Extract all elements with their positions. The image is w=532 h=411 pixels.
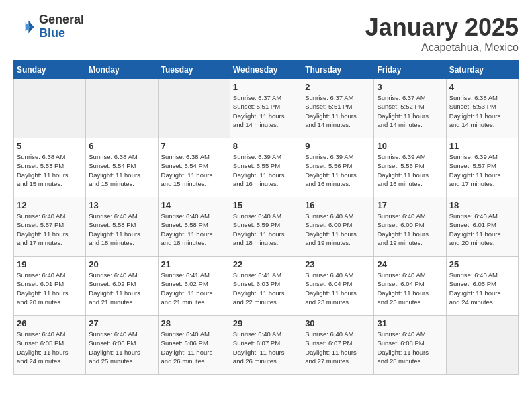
calendar-cell: 14Sunrise: 6:40 AM Sunset: 5:58 PM Dayli… [158,197,230,257]
day-number: 8 [233,141,299,151]
cell-info: Sunrise: 6:41 AM Sunset: 6:03 PM Dayligh… [233,271,299,306]
cell-info: Sunrise: 6:40 AM Sunset: 6:05 PM Dayligh… [17,330,83,365]
cell-info: Sunrise: 6:40 AM Sunset: 6:00 PM Dayligh… [377,212,443,247]
weekday-header-row: SundayMondayTuesdayWednesdayThursdayFrid… [14,61,519,79]
cell-info: Sunrise: 6:40 AM Sunset: 6:01 PM Dayligh… [17,271,83,306]
calendar-cell [14,79,86,138]
calendar-cell: 6Sunrise: 6:38 AM Sunset: 5:54 PM Daylig… [86,138,158,197]
day-number: 29 [233,318,299,328]
week-row-2: 5Sunrise: 6:38 AM Sunset: 5:53 PM Daylig… [14,138,519,197]
cell-info: Sunrise: 6:40 AM Sunset: 5:58 PM Dayligh… [161,212,227,247]
day-number: 1 [233,82,299,92]
calendar-cell: 21Sunrise: 6:41 AM Sunset: 6:02 PM Dayli… [158,257,230,316]
calendar-cell: 8Sunrise: 6:39 AM Sunset: 5:55 PM Daylig… [230,138,302,197]
weekday-header-saturday: Saturday [446,61,518,79]
cell-info: Sunrise: 6:40 AM Sunset: 6:04 PM Dayligh… [305,271,371,306]
calendar-cell: 13Sunrise: 6:40 AM Sunset: 5:58 PM Dayli… [86,197,158,257]
location-title: Acapetahua, Mexico [365,42,519,54]
day-number: 3 [377,82,443,92]
cell-info: Sunrise: 6:40 AM Sunset: 6:06 PM Dayligh… [89,330,154,365]
day-number: 14 [161,200,227,210]
cell-info: Sunrise: 6:40 AM Sunset: 6:02 PM Dayligh… [89,271,154,306]
logo: General Blue [13,13,84,40]
cell-info: Sunrise: 6:39 AM Sunset: 5:57 PM Dayligh… [449,152,515,188]
calendar-cell: 25Sunrise: 6:40 AM Sunset: 6:05 PM Dayli… [446,257,518,316]
cell-info: Sunrise: 6:40 AM Sunset: 6:07 PM Dayligh… [305,330,371,365]
calendar-cell: 27Sunrise: 6:40 AM Sunset: 6:06 PM Dayli… [86,316,158,375]
calendar-cell [158,79,230,138]
calendar-cell: 18Sunrise: 6:40 AM Sunset: 6:01 PM Dayli… [446,197,518,257]
day-number: 11 [449,141,515,151]
cell-info: Sunrise: 6:40 AM Sunset: 6:04 PM Dayligh… [377,271,443,306]
logo-text: General Blue [39,13,84,40]
calendar-cell: 23Sunrise: 6:40 AM Sunset: 6:04 PM Dayli… [302,257,374,316]
day-number: 13 [89,200,154,210]
page-header: General Blue January 2025 Acapetahua, Me… [13,13,519,54]
calendar-cell: 29Sunrise: 6:40 AM Sunset: 6:07 PM Dayli… [230,316,302,375]
calendar-table: SundayMondayTuesdayWednesdayThursdayFrid… [13,60,519,375]
cell-info: Sunrise: 6:39 AM Sunset: 5:55 PM Dayligh… [233,152,299,188]
weekday-header-wednesday: Wednesday [230,61,302,79]
day-number: 16 [305,200,371,210]
calendar-cell [86,79,158,138]
calendar-cell: 9Sunrise: 6:39 AM Sunset: 5:56 PM Daylig… [302,138,374,197]
day-number: 28 [161,318,227,328]
calendar-cell: 1Sunrise: 6:37 AM Sunset: 5:51 PM Daylig… [230,79,302,138]
cell-info: Sunrise: 6:39 AM Sunset: 5:56 PM Dayligh… [305,152,371,188]
day-number: 7 [161,141,227,151]
calendar-cell: 10Sunrise: 6:39 AM Sunset: 5:56 PM Dayli… [374,138,446,197]
calendar-cell: 31Sunrise: 6:40 AM Sunset: 6:08 PM Dayli… [374,316,446,375]
cell-info: Sunrise: 6:40 AM Sunset: 6:08 PM Dayligh… [377,330,443,365]
title-block: January 2025 Acapetahua, Mexico [365,13,519,54]
calendar-cell: 24Sunrise: 6:40 AM Sunset: 6:04 PM Dayli… [374,257,446,316]
cell-info: Sunrise: 6:38 AM Sunset: 5:54 PM Dayligh… [89,152,154,188]
weekday-header-friday: Friday [374,61,446,79]
cell-info: Sunrise: 6:40 AM Sunset: 6:06 PM Dayligh… [161,330,227,365]
logo-icon [13,16,35,38]
cell-info: Sunrise: 6:40 AM Sunset: 5:59 PM Dayligh… [233,212,299,247]
day-number: 21 [161,259,227,269]
logo-blue: Blue [39,27,84,40]
calendar-cell: 17Sunrise: 6:40 AM Sunset: 6:00 PM Dayli… [374,197,446,257]
week-row-5: 26Sunrise: 6:40 AM Sunset: 6:05 PM Dayli… [14,316,519,375]
day-number: 25 [449,259,515,269]
cell-info: Sunrise: 6:37 AM Sunset: 5:51 PM Dayligh… [305,93,371,129]
day-number: 22 [233,259,299,269]
cell-info: Sunrise: 6:40 AM Sunset: 6:05 PM Dayligh… [449,271,515,306]
cell-info: Sunrise: 6:38 AM Sunset: 5:53 PM Dayligh… [17,152,83,188]
calendar-cell: 19Sunrise: 6:40 AM Sunset: 6:01 PM Dayli… [14,257,86,316]
week-row-4: 19Sunrise: 6:40 AM Sunset: 6:01 PM Dayli… [14,257,519,316]
week-row-1: 1Sunrise: 6:37 AM Sunset: 5:51 PM Daylig… [14,79,519,138]
cell-info: Sunrise: 6:38 AM Sunset: 5:53 PM Dayligh… [449,93,515,129]
calendar-cell: 12Sunrise: 6:40 AM Sunset: 5:57 PM Dayli… [14,197,86,257]
calendar-cell: 4Sunrise: 6:38 AM Sunset: 5:53 PM Daylig… [446,79,518,138]
cell-info: Sunrise: 6:40 AM Sunset: 6:07 PM Dayligh… [233,330,299,365]
calendar-cell: 11Sunrise: 6:39 AM Sunset: 5:57 PM Dayli… [446,138,518,197]
calendar-cell: 16Sunrise: 6:40 AM Sunset: 6:00 PM Dayli… [302,197,374,257]
day-number: 12 [17,200,83,210]
day-number: 30 [305,318,371,328]
calendar-cell: 22Sunrise: 6:41 AM Sunset: 6:03 PM Dayli… [230,257,302,316]
week-row-3: 12Sunrise: 6:40 AM Sunset: 5:57 PM Dayli… [14,197,519,257]
day-number: 10 [377,141,443,151]
calendar-cell: 7Sunrise: 6:38 AM Sunset: 5:54 PM Daylig… [158,138,230,197]
cell-info: Sunrise: 6:38 AM Sunset: 5:54 PM Dayligh… [161,152,227,188]
calendar-cell: 20Sunrise: 6:40 AM Sunset: 6:02 PM Dayli… [86,257,158,316]
day-number: 18 [449,200,515,210]
cell-info: Sunrise: 6:39 AM Sunset: 5:56 PM Dayligh… [377,152,443,188]
calendar-cell: 15Sunrise: 6:40 AM Sunset: 5:59 PM Dayli… [230,197,302,257]
calendar-cell: 28Sunrise: 6:40 AM Sunset: 6:06 PM Dayli… [158,316,230,375]
day-number: 20 [89,259,154,269]
calendar-cell: 30Sunrise: 6:40 AM Sunset: 6:07 PM Dayli… [302,316,374,375]
cell-info: Sunrise: 6:37 AM Sunset: 5:52 PM Dayligh… [377,93,443,129]
weekday-header-thursday: Thursday [302,61,374,79]
cell-info: Sunrise: 6:41 AM Sunset: 6:02 PM Dayligh… [161,271,227,306]
calendar-cell: 2Sunrise: 6:37 AM Sunset: 5:51 PM Daylig… [302,79,374,138]
day-number: 27 [89,318,154,328]
day-number: 17 [377,200,443,210]
calendar-cell: 5Sunrise: 6:38 AM Sunset: 5:53 PM Daylig… [14,138,86,197]
cell-info: Sunrise: 6:40 AM Sunset: 6:00 PM Dayligh… [305,212,371,247]
month-title: January 2025 [365,13,519,42]
day-number: 2 [305,82,371,92]
day-number: 5 [17,141,83,151]
